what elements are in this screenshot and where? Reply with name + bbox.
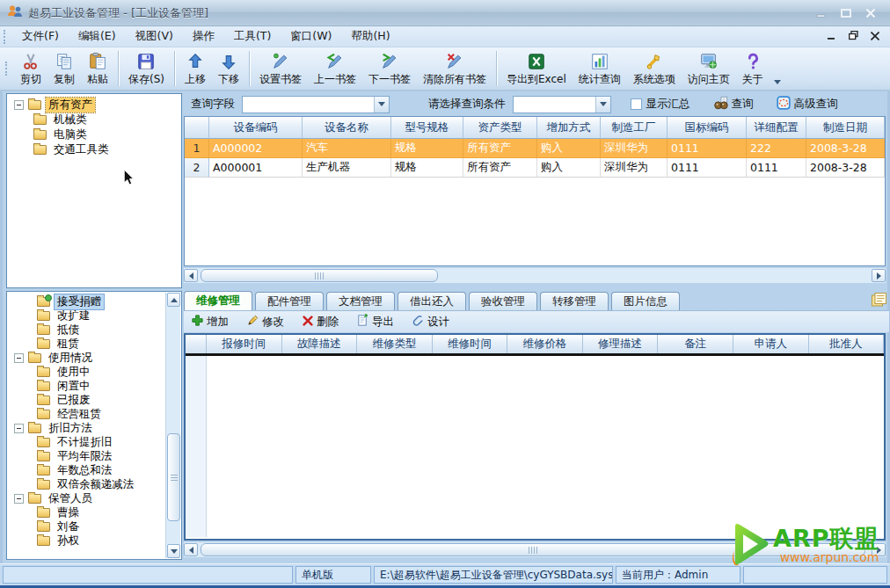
scroll-left-button[interactable] [184, 543, 198, 556]
scroll-right-button[interactable] [872, 269, 886, 282]
tree-item[interactable]: 孙权 [7, 534, 181, 548]
tree-item-computers[interactable]: 电脑类 [7, 127, 181, 142]
close-button[interactable] [865, 8, 876, 18]
tree-item-label[interactable]: 闲置中 [55, 379, 93, 394]
edit-button[interactable]: 修改 [239, 312, 291, 331]
tree-item[interactable]: 不计提折旧 [7, 435, 181, 449]
tree-item-label[interactable]: 使用中 [55, 365, 93, 380]
collapse-icon[interactable] [14, 353, 24, 363]
tree-item-all-assets[interactable]: 所有资产 [7, 98, 181, 113]
equipment-table-hscrollbar[interactable] [184, 268, 886, 283]
combobox-dropdown-button[interactable] [595, 97, 610, 113]
scroll-left-button[interactable] [184, 269, 198, 282]
tree-item[interactable]: 租赁 [7, 337, 181, 351]
menu-operate[interactable]: 操作 [183, 27, 224, 46]
stats-query-button[interactable]: 统计查询 [573, 48, 627, 89]
add-button[interactable]: 增加 [184, 312, 236, 331]
move-up-button[interactable]: 上移 [179, 48, 212, 89]
query-condition-combobox[interactable] [513, 96, 611, 113]
cut-button[interactable]: 剪切 [14, 48, 47, 89]
cell-config[interactable]: 0111 [747, 158, 806, 178]
menu-window[interactable]: 窗口(W) [281, 27, 341, 46]
tree-item[interactable]: 改扩建 [7, 309, 181, 323]
cell-add-method[interactable]: 购入 [537, 158, 601, 178]
collapse-icon[interactable] [14, 424, 24, 433]
tab-document-management[interactable]: 文档管理 [326, 292, 395, 310]
tree-item-depreciation[interactable]: 折旧方法 [7, 421, 181, 435]
menu-file[interactable]: 文件(F) [12, 27, 69, 46]
column-header[interactable]: 批准人 [809, 335, 885, 353]
tree-item-label[interactable]: 曹操 [55, 505, 82, 520]
copy-button[interactable]: 复制 [47, 48, 81, 89]
tree-item-label[interactable]: 电脑类 [51, 127, 90, 142]
tree-item[interactable]: 双倍余额递减法 [7, 477, 181, 491]
cell-gb-code[interactable]: 0111 [668, 139, 747, 158]
visit-homepage-button[interactable]: 访问主页 [682, 48, 736, 89]
combobox-dropdown-button[interactable] [374, 97, 389, 113]
scrollbar-thumb[interactable] [167, 433, 180, 521]
cell-model[interactable]: 规格 [391, 158, 463, 178]
maximize-button[interactable] [841, 8, 851, 18]
tab-repair-management[interactable]: 维修管理 [184, 291, 252, 310]
cell-device-name[interactable]: 汽车 [303, 139, 391, 158]
column-header[interactable]: 设备名称 [303, 117, 391, 139]
mdi-minimize-button[interactable] [828, 30, 836, 43]
tree-item[interactable]: 抵债 [7, 323, 181, 337]
query-field-combobox[interactable] [242, 96, 390, 113]
column-header[interactable]: 型号规格 [391, 117, 463, 139]
column-header[interactable]: 申请人 [733, 335, 809, 353]
design-button[interactable]: 设计 [405, 312, 456, 331]
column-header[interactable]: 增加方式 [537, 117, 601, 139]
column-header[interactable]: 制造工厂 [601, 117, 668, 139]
cell-gb-code[interactable]: 0111 [668, 158, 747, 178]
tree-item-label[interactable]: 孙权 [55, 534, 82, 548]
scroll-down-button[interactable] [167, 544, 180, 558]
tree-item[interactable]: 已报废 [7, 393, 181, 407]
mdi-close-button[interactable] [871, 30, 879, 43]
mdi-restore-button[interactable] [849, 30, 858, 43]
tree-item-label[interactable]: 机械类 [51, 113, 90, 127]
column-header[interactable]: 报修时间 [207, 335, 282, 353]
cell-device-name[interactable]: 生产机器 [303, 158, 391, 178]
scrollbar-thumb[interactable] [201, 269, 438, 282]
cell-asset-type[interactable]: 所有资产 [463, 158, 537, 178]
toolbar-overflow-button[interactable] [771, 49, 784, 88]
tree-item-label[interactable]: 不计提折旧 [55, 435, 115, 450]
tree-item-label[interactable]: 经营租赁 [55, 407, 104, 422]
column-header[interactable]: 维修类型 [357, 335, 433, 353]
tree-item-label[interactable]: 抵债 [55, 323, 82, 338]
tree-item-machinery[interactable]: 机械类 [7, 113, 181, 127]
export-button[interactable]: 导出 [349, 312, 401, 331]
tree-item[interactable]: 经营租赁 [7, 407, 181, 421]
tree-item[interactable]: 年数总和法 [7, 463, 181, 477]
tree-item-label[interactable]: 使用情况 [46, 351, 95, 366]
tree-item-label[interactable]: 平均年限法 [55, 449, 115, 464]
tree-item[interactable]: 平均年限法 [7, 449, 181, 463]
cell-date[interactable]: 2008-3-28 [806, 158, 885, 178]
cell-model[interactable]: 规格 [391, 139, 463, 158]
tree-item-label[interactable]: 折旧方法 [46, 421, 95, 436]
show-summary-checkbox[interactable] [631, 98, 642, 110]
column-header[interactable]: 国标编码 [668, 117, 747, 139]
tree-item-custodians[interactable]: 保管人员 [7, 491, 181, 505]
next-bookmark-button[interactable]: 下一书签 [362, 48, 417, 89]
minimize-button[interactable] [816, 8, 827, 18]
tree-item-label[interactable]: 保管人员 [46, 491, 95, 506]
column-header[interactable]: 设备编码 [209, 117, 303, 139]
tree-item-vehicles[interactable]: 交通工具类 [7, 142, 181, 157]
search-button[interactable]: 查询 [713, 96, 754, 113]
form-view-icon[interactable] [871, 292, 887, 310]
tab-transfer-management[interactable]: 转移管理 [540, 292, 609, 310]
cell-asset-type[interactable]: 所有资产 [463, 139, 537, 158]
menu-edit[interactable]: 编辑(E) [69, 27, 126, 46]
advanced-search-button[interactable]: 高级查询 [777, 96, 838, 113]
tree-item-label[interactable]: 改扩建 [55, 309, 93, 323]
tree-item-usage-status[interactable]: 使用情况 [7, 351, 181, 365]
export-excel-button[interactable]: 导出到Excel [500, 48, 573, 89]
system-options-button[interactable]: 系统选项 [627, 48, 682, 89]
column-header[interactable]: 维修时间 [433, 335, 508, 353]
about-button[interactable]: 关于 [736, 48, 770, 89]
tab-acceptance-management[interactable]: 验收管理 [469, 292, 537, 310]
cell-add-method[interactable]: 购入 [537, 139, 601, 158]
tree-item-label[interactable]: 所有资产 [46, 98, 95, 113]
